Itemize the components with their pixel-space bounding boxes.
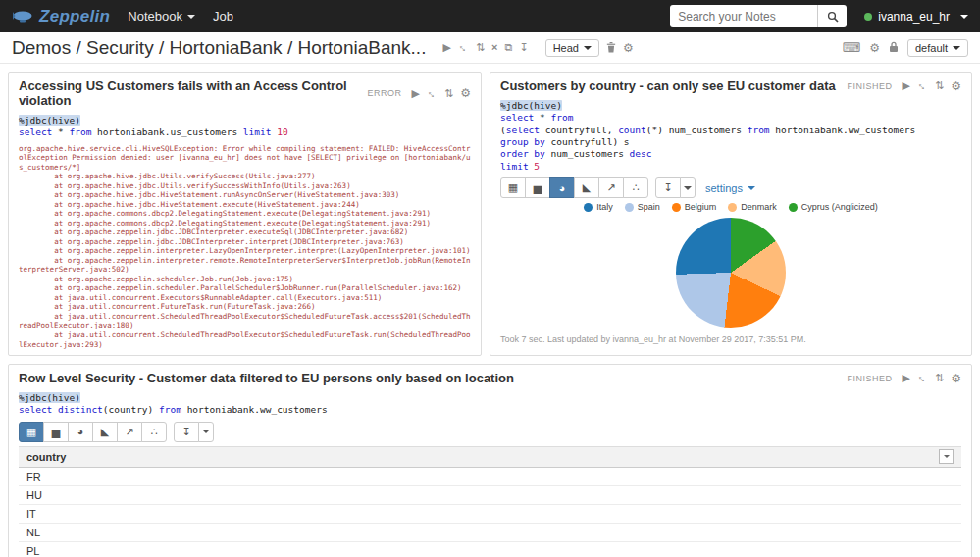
legend-label: Spain (638, 202, 660, 212)
note-toolbar: Demos / Security / HortoniaBank / Horton… (0, 32, 980, 64)
scatter-chart-button[interactable] (141, 422, 167, 442)
run-paragraph-icon[interactable] (903, 80, 910, 91)
run-paragraph-icon[interactable] (412, 88, 420, 99)
paragraph-status: FINISHED (848, 374, 893, 383)
chevron-down-icon (748, 186, 755, 190)
zeppelin-airship-icon (12, 10, 33, 24)
brand-name: Zeppelin (39, 7, 110, 26)
table-chart-button[interactable] (500, 177, 526, 198)
nav-notebook[interactable]: Notebook (128, 9, 195, 24)
expand-paragraph-icon[interactable] (915, 371, 931, 386)
download-options-button[interactable] (198, 422, 214, 442)
keyboard-shortcuts-icon[interactable] (842, 41, 860, 54)
clone-note-icon[interactable] (505, 42, 513, 53)
pie-chart-button[interactable] (549, 177, 575, 198)
paragraph-row-level-security: Row Level Security - Customer data filte… (8, 364, 972, 557)
run-all-paragraphs-icon[interactable] (442, 42, 450, 53)
toggle-code-icon[interactable] (456, 40, 472, 56)
paragraph-row-top: Accessing US Customers fails with an Acc… (8, 72, 972, 356)
line-chart-button[interactable] (117, 422, 142, 442)
bar-chart-button[interactable] (43, 422, 69, 442)
paragraph-title: Customers by country - can only see EU c… (500, 78, 836, 93)
nav-notebook-label: Notebook (128, 9, 182, 24)
default-interpreter-label: default (915, 42, 948, 54)
search-bar (670, 5, 847, 27)
legend-item[interactable]: Spain (625, 202, 660, 212)
note-content: Accessing US Customers fails with an Acc… (0, 64, 980, 557)
chevron-down-icon (584, 46, 592, 50)
toggle-output-icon[interactable] (476, 42, 485, 53)
zeppelin-logo[interactable]: Zeppelin (12, 7, 110, 26)
permissions-lock-icon[interactable] (889, 41, 899, 55)
table-row: PL (19, 542, 961, 557)
interpreter-binding-gear-icon[interactable] (869, 42, 880, 54)
legend-item[interactable]: Denmark (728, 202, 777, 212)
expand-paragraph-icon[interactable] (915, 78, 931, 94)
legend-item[interactable]: Belgium (672, 202, 717, 212)
paragraph-settings-icon[interactable] (460, 87, 471, 99)
clear-output-icon[interactable] (491, 42, 497, 53)
download-options-button[interactable] (680, 177, 696, 198)
export-note-icon[interactable] (519, 42, 528, 53)
nav-job-label: Job (213, 9, 233, 24)
table-cell: HU (26, 489, 42, 501)
table-column-header[interactable]: country (19, 447, 961, 468)
legend-swatch (625, 203, 634, 212)
area-chart-button[interactable] (574, 177, 599, 198)
version-head-button[interactable]: Head (545, 39, 599, 57)
legend-item[interactable]: Cyprus (Anglicized) (789, 202, 878, 212)
table-cell: PL (26, 545, 39, 557)
search-button[interactable] (817, 5, 847, 27)
pie-chart[interactable] (676, 218, 786, 328)
column-menu-button[interactable] (939, 449, 954, 464)
run-paragraph-icon[interactable] (903, 373, 910, 383)
toggle-paragraph-output-icon[interactable] (935, 80, 944, 91)
paragraph-status: ERROR (368, 88, 402, 98)
table-cell: NL (26, 527, 40, 538)
chart-type-buttons (500, 177, 648, 198)
note-settings-gear-icon[interactable] (623, 42, 634, 54)
chevron-down-icon (953, 46, 960, 50)
legend-item[interactable]: Italy (584, 202, 613, 212)
table-row: IT (19, 505, 961, 524)
area-chart-button[interactable] (92, 422, 118, 442)
download-data-button[interactable] (174, 422, 199, 442)
expand-paragraph-icon[interactable] (425, 85, 440, 101)
download-data-button[interactable] (655, 177, 681, 198)
paragraph-settings-icon[interactable] (951, 373, 961, 384)
legend-label: Cyprus (Anglicized) (801, 202, 878, 212)
code-editor[interactable]: %jdbc(hive) select * from (select countr… (500, 100, 961, 173)
scatter-chart-button[interactable] (623, 177, 648, 198)
paragraph-header: Accessing US Customers fails with an Acc… (19, 78, 471, 108)
code-editor[interactable]: %jdbc(hive) select * from hortoniabank.u… (19, 115, 471, 139)
line-chart-button[interactable] (598, 177, 624, 198)
result-table: country FR HU IT NL PL (19, 446, 961, 557)
chart-settings-link[interactable]: settings (705, 182, 755, 194)
visualization-toolbar: settings (500, 177, 961, 198)
paragraph-settings-icon[interactable] (951, 80, 961, 92)
column-header-label: country (26, 451, 66, 463)
table-row: NL (19, 524, 961, 542)
toggle-paragraph-output-icon[interactable] (935, 373, 944, 383)
code-editor[interactable]: %jdbc(hive) select distinct(country) fro… (19, 392, 961, 417)
default-interpreter-button[interactable]: default (907, 39, 968, 57)
search-input[interactable] (670, 5, 817, 27)
bar-chart-button[interactable] (525, 177, 550, 198)
chevron-down-icon (187, 15, 195, 19)
paragraph-title: Accessing US Customers fails with an Acc… (19, 78, 368, 108)
toggle-paragraph-output-icon[interactable] (444, 88, 453, 99)
chart-type-buttons (19, 422, 167, 442)
connection-status-dot (864, 13, 872, 21)
table-chart-button[interactable] (19, 422, 44, 442)
paragraph-customers-by-country: Customers by country - can only see EU c… (490, 72, 972, 356)
trash-icon[interactable] (606, 41, 616, 55)
user-menu[interactable]: ivanna_eu_hr (864, 10, 968, 24)
table-row: FR (19, 468, 961, 486)
paragraph-controls: FINISHED (848, 373, 961, 384)
chevron-down-icon (960, 15, 968, 19)
paragraph-header: Customers by country - can only see EU c… (500, 78, 961, 93)
nav-job[interactable]: Job (213, 9, 233, 24)
legend-swatch (584, 203, 593, 212)
username-label: ivanna_eu_hr (878, 10, 950, 24)
pie-chart-button[interactable] (68, 422, 93, 442)
